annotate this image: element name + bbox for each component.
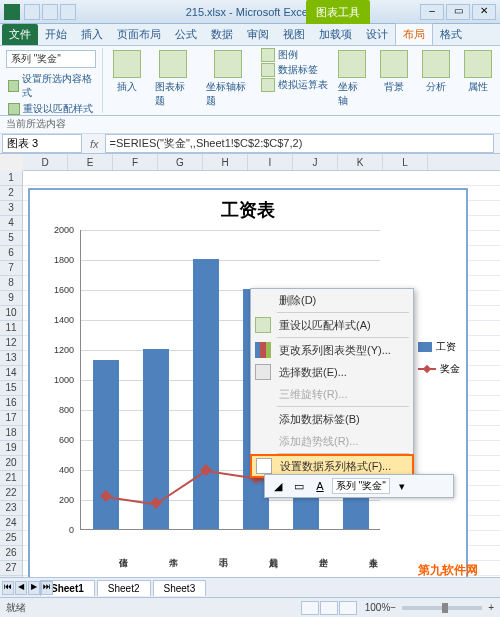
row-header[interactable]: 21 xyxy=(0,471,22,486)
col-header[interactable]: F xyxy=(113,154,158,170)
col-header[interactable]: I xyxy=(248,154,293,170)
menu-delete[interactable]: 删除(D) xyxy=(251,289,413,311)
save-button[interactable] xyxy=(24,4,40,20)
row-header[interactable]: 14 xyxy=(0,366,22,381)
row-header[interactable]: 18 xyxy=(0,426,22,441)
menu-reset-style[interactable]: 重设以匹配样式(A) xyxy=(251,314,413,336)
row-header[interactable]: 2 xyxy=(0,186,22,201)
tab-layout[interactable]: 布局 xyxy=(395,23,433,45)
chart-element-selector[interactable]: 系列 "奖金" xyxy=(6,50,96,68)
row-header[interactable]: 3 xyxy=(0,201,22,216)
row-header[interactable]: 8 xyxy=(0,276,22,291)
window-close[interactable]: ✕ xyxy=(472,4,496,20)
zoom-out[interactable]: − xyxy=(390,602,396,613)
col-header[interactable]: D xyxy=(23,154,68,170)
tab-data[interactable]: 数据 xyxy=(204,24,240,45)
tab-view[interactable]: 视图 xyxy=(276,24,312,45)
row-header[interactable]: 23 xyxy=(0,501,22,516)
outline-color-button[interactable]: ▭ xyxy=(290,477,308,495)
view-page-layout[interactable] xyxy=(320,601,338,615)
axes-icon xyxy=(338,50,366,78)
view-normal[interactable] xyxy=(301,601,319,615)
row-header[interactable]: 20 xyxy=(0,456,22,471)
mini-series-selector[interactable]: 系列 "奖金" xyxy=(332,478,390,494)
sheet-tab-sheet2[interactable]: Sheet2 xyxy=(97,580,151,596)
ribbon-properties-button[interactable]: 属性 xyxy=(460,48,496,113)
row-header[interactable]: 26 xyxy=(0,546,22,561)
row-header[interactable]: 6 xyxy=(0,246,22,261)
bar-salary[interactable] xyxy=(193,259,219,529)
data-table-button[interactable]: 模拟运算表 xyxy=(261,78,328,92)
mini-toolbar: ◢ ▭ A 系列 "奖金" ▾ xyxy=(264,474,454,498)
view-page-break[interactable] xyxy=(339,601,357,615)
col-header[interactable]: G xyxy=(158,154,203,170)
sheet-nav-prev[interactable]: ◀ xyxy=(15,581,27,595)
tab-formulas[interactable]: 公式 xyxy=(168,24,204,45)
ribbon-analysis-button[interactable]: 分析 xyxy=(418,48,454,113)
redo-button[interactable] xyxy=(60,4,76,20)
ribbon-axes-button[interactable]: 坐标轴 xyxy=(334,48,370,113)
col-header[interactable]: L xyxy=(383,154,428,170)
row-header[interactable]: 16 xyxy=(0,396,22,411)
font-color-button[interactable]: A xyxy=(311,477,329,495)
col-header[interactable]: H xyxy=(203,154,248,170)
tab-home[interactable]: 开始 xyxy=(38,24,74,45)
data-labels-button[interactable]: 数据标签 xyxy=(261,63,328,77)
sheet-nav-first[interactable]: ⏮ xyxy=(2,581,14,595)
mini-more-button[interactable]: ▾ xyxy=(393,477,411,495)
row-header[interactable]: 11 xyxy=(0,321,22,336)
row-header[interactable]: 19 xyxy=(0,441,22,456)
row-header[interactable]: 1 xyxy=(0,171,22,186)
col-header[interactable]: E xyxy=(68,154,113,170)
undo-button[interactable] xyxy=(42,4,58,20)
row-header[interactable]: 25 xyxy=(0,531,22,546)
chart-title-icon xyxy=(159,50,187,78)
menu-add-data-labels[interactable]: 添加数据标签(B) xyxy=(251,408,413,430)
tab-format[interactable]: 格式 xyxy=(433,24,469,45)
reset-style-button[interactable]: 重设以匹配样式 xyxy=(6,101,96,117)
row-header[interactable]: 17 xyxy=(0,411,22,426)
menu-select-data[interactable]: 选择数据(E)... xyxy=(251,361,413,383)
legend-entry-bonus[interactable]: 奖金 xyxy=(418,362,460,376)
window-maximize[interactable]: ▭ xyxy=(446,4,470,20)
sheet-tab-sheet3[interactable]: Sheet3 xyxy=(153,580,207,596)
name-box[interactable]: 图表 3 xyxy=(2,134,82,153)
chart-legend[interactable]: 工资 奖金 xyxy=(418,340,460,384)
legend-button[interactable]: 图例 xyxy=(261,48,328,62)
formula-bar[interactable]: =SERIES("奖金",,Sheet1!$C$2:$C$7,2) xyxy=(105,134,494,153)
ribbon-background-button[interactable]: 背景 xyxy=(376,48,412,113)
format-selection-button[interactable]: 设置所选内容格式 xyxy=(6,71,96,101)
sheet-nav-last[interactable]: ⏭ xyxy=(41,581,53,595)
ribbon-chart-title-button[interactable]: 图表标题 xyxy=(151,48,195,113)
row-header[interactable]: 13 xyxy=(0,351,22,366)
row-header[interactable]: 27 xyxy=(0,561,22,576)
row-header[interactable]: 4 xyxy=(0,216,22,231)
row-header[interactable]: 22 xyxy=(0,486,22,501)
legend-entry-salary[interactable]: 工资 xyxy=(418,340,460,354)
col-header[interactable]: K xyxy=(338,154,383,170)
row-header[interactable]: 15 xyxy=(0,381,22,396)
tab-design[interactable]: 设计 xyxy=(359,24,395,45)
zoom-in[interactable]: + xyxy=(488,602,494,613)
tab-file[interactable]: 文件 xyxy=(2,24,38,45)
ribbon-axis-title-button[interactable]: 坐标轴标题 xyxy=(202,48,256,113)
row-header[interactable]: 24 xyxy=(0,516,22,531)
tab-insert[interactable]: 插入 xyxy=(74,24,110,45)
tab-review[interactable]: 审阅 xyxy=(240,24,276,45)
window-minimize[interactable]: – xyxy=(420,4,444,20)
row-header[interactable]: 5 xyxy=(0,231,22,246)
row-header[interactable]: 12 xyxy=(0,336,22,351)
row-header[interactable]: 10 xyxy=(0,306,22,321)
row-header[interactable]: 9 xyxy=(0,291,22,306)
fx-icon[interactable]: fx xyxy=(84,138,105,150)
menu-change-chart-type[interactable]: 更改系列图表类型(Y)... xyxy=(251,339,413,361)
fill-color-button[interactable]: ◢ xyxy=(269,477,287,495)
row-header[interactable]: 7 xyxy=(0,261,22,276)
col-header[interactable]: J xyxy=(293,154,338,170)
sheet-nav-next[interactable]: ▶ xyxy=(28,581,40,595)
zoom-slider[interactable] xyxy=(402,606,482,610)
bar-salary[interactable] xyxy=(93,360,119,530)
tab-addins[interactable]: 加载项 xyxy=(312,24,359,45)
tab-page-layout[interactable]: 页面布局 xyxy=(110,24,168,45)
ribbon-insert-button[interactable]: 插入 xyxy=(109,48,145,113)
